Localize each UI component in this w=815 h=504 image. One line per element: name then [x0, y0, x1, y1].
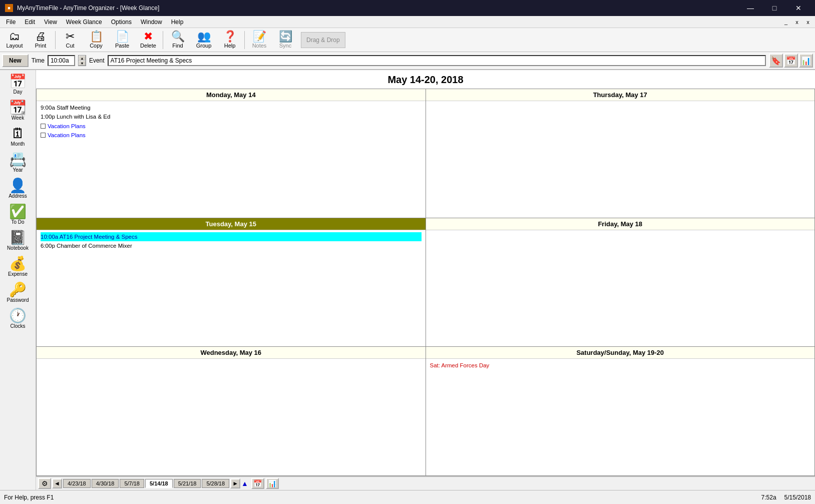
sidebar-item-week[interactable]: 📆 Week: [2, 98, 34, 123]
menu-file[interactable]: File: [2, 18, 20, 27]
sidebar-item-day[interactable]: 📅 Day: [2, 72, 34, 97]
week-tab-0[interactable]: 4/23/18: [63, 479, 91, 488]
sidebar-password-label: Password: [7, 297, 29, 303]
action-icon3[interactable]: 📊: [799, 54, 813, 68]
find-icon: 🔍: [171, 31, 185, 42]
day-cell-wednesday: Wednesday, May 16: [37, 347, 426, 476]
help-button[interactable]: ❓ Help: [217, 29, 242, 51]
expense-icon: 💰: [9, 257, 27, 271]
time-down-button[interactable]: ▼: [79, 61, 86, 66]
day-header-weekend[interactable]: Saturday/Sunday, May 19-20: [426, 347, 815, 359]
sidebar-clocks-label: Clocks: [10, 323, 25, 329]
menu-minimize-btn[interactable]: _: [781, 17, 791, 27]
notebook-icon: 📓: [9, 231, 27, 245]
layout-label: Layout: [6, 43, 23, 49]
menu-window[interactable]: Window: [137, 18, 166, 27]
day-icon: 📅: [9, 75, 27, 89]
cut-button[interactable]: ✂ Cut: [58, 29, 83, 51]
week-tab-4[interactable]: 5/21/18: [174, 479, 201, 488]
sidebar-item-password[interactable]: 🔑 Password: [2, 280, 34, 305]
grid-icon-btn[interactable]: 📊: [266, 478, 279, 489]
menu-close-btn[interactable]: x: [803, 17, 813, 27]
week-tab-1[interactable]: 4/30/18: [92, 479, 119, 488]
event-monday-2[interactable]: 1:00p Lunch with Lisa & Ed: [41, 112, 422, 121]
day-header-thursday[interactable]: Thursday, May 17: [426, 89, 815, 101]
calendar-icon-btn[interactable]: 📅: [251, 478, 264, 489]
checkbox-icon-2[interactable]: [41, 133, 46, 138]
sidebar-expense-label: Expense: [8, 271, 28, 277]
year-icon: 📇: [9, 153, 27, 167]
menu-options[interactable]: Options: [107, 18, 136, 27]
menu-week-glance[interactable]: Week Glance: [62, 18, 106, 27]
delete-button[interactable]: ✖ Delete: [136, 29, 161, 51]
day-header-monday[interactable]: Monday, May 14: [37, 89, 426, 101]
sync-label: Sync: [279, 43, 291, 49]
print-button[interactable]: 🖨 Print: [28, 29, 53, 51]
app-icon: ■: [5, 4, 13, 12]
layout-button[interactable]: 🗂 Layout: [2, 29, 27, 51]
action-icon1[interactable]: 🔖: [769, 54, 783, 68]
down-arrow: ▲: [241, 479, 248, 487]
week-tab-2[interactable]: 5/7/18: [120, 479, 144, 488]
event-input[interactable]: [108, 55, 766, 66]
find-button[interactable]: 🔍 Find: [165, 29, 190, 51]
address-icon: 👤: [9, 179, 27, 193]
prev-week-button[interactable]: ◄: [52, 478, 62, 488]
sidebar-item-clocks[interactable]: 🕐 Clocks: [2, 306, 34, 331]
sidebar-day-label: Day: [14, 89, 23, 95]
help-label: Help: [224, 43, 236, 49]
day-body-monday: 9:00a Staff Meeting 1:00p Lunch with Lis…: [37, 101, 426, 218]
sidebar-item-todo[interactable]: ✅ To Do: [2, 202, 34, 227]
day-header-friday[interactable]: Friday, May 18: [426, 218, 815, 230]
action-icon2[interactable]: 📅: [784, 54, 798, 68]
minimize-button[interactable]: —: [739, 0, 762, 16]
sidebar-address-label: Address: [9, 193, 27, 199]
time-input[interactable]: [48, 55, 75, 66]
copy-button[interactable]: 📋 Copy: [84, 29, 109, 51]
time-up-button[interactable]: ▲: [79, 56, 86, 61]
menu-view[interactable]: View: [40, 18, 61, 27]
next-week-button[interactable]: ►: [230, 478, 240, 488]
group-button[interactable]: 👥 Group: [191, 29, 216, 51]
day-cell-monday: Monday, May 14 9:00a Staff Meeting 1:00p…: [37, 89, 426, 218]
event-monday-3[interactable]: Vacation Plans: [41, 122, 422, 131]
event-monday-1[interactable]: 9:00a Staff Meeting: [41, 103, 422, 112]
sidebar-item-year[interactable]: 📇 Year: [2, 150, 34, 175]
sync-button[interactable]: 🔄 Sync: [273, 29, 298, 51]
menu-edit[interactable]: Edit: [21, 18, 39, 27]
time-spinner[interactable]: ▲ ▼: [78, 55, 86, 66]
help-text: For Help, press F1: [4, 494, 54, 501]
sidebar: 📅 Day 📆 Week 🗓 Month 📇 Year 👤 Address ✅ …: [0, 70, 36, 490]
sidebar-item-notebook[interactable]: 📓 Notebook: [2, 228, 34, 253]
sidebar-item-expense[interactable]: 💰 Expense: [2, 254, 34, 279]
event-tuesday-2[interactable]: 6:00p Chamber of Commerce Mixer: [41, 241, 422, 250]
settings-button[interactable]: ⚙: [38, 478, 51, 489]
day-cell-weekend: Saturday/Sunday, May 19-20 Sat: Armed Fo…: [426, 347, 816, 476]
day-header-tuesday[interactable]: Tuesday, May 15: [37, 218, 426, 230]
close-button[interactable]: ✕: [787, 0, 810, 16]
event-label: Event: [89, 57, 105, 64]
new-button[interactable]: New: [2, 54, 29, 67]
cut-label: Cut: [66, 43, 74, 49]
menu-help[interactable]: Help: [167, 18, 188, 27]
menu-restore-btn[interactable]: x: [792, 17, 802, 27]
sidebar-notebook-label: Notebook: [7, 245, 29, 251]
week-tab-3[interactable]: 5/14/18: [145, 479, 173, 488]
week-tab-5[interactable]: 5/28/18: [202, 479, 229, 488]
password-icon: 🔑: [9, 283, 27, 297]
maximize-button[interactable]: □: [763, 0, 786, 16]
sidebar-item-address[interactable]: 👤 Address: [2, 176, 34, 201]
event-monday-4[interactable]: Vacation Plans: [41, 131, 422, 140]
sep2: [163, 31, 163, 49]
notes-button[interactable]: 📝 Notes: [247, 29, 272, 51]
sidebar-item-month[interactable]: 🗓 Month: [2, 124, 34, 149]
checkbox-icon-1[interactable]: [41, 124, 46, 129]
day-cell-friday: Friday, May 18: [426, 218, 816, 347]
sidebar-month-label: Month: [11, 141, 25, 147]
event-tuesday-1[interactable]: 10:00a AT16 Project Meeting & Specs: [41, 232, 422, 241]
notes-icon: 📝: [253, 31, 266, 42]
day-header-wednesday[interactable]: Wednesday, May 16: [37, 347, 426, 359]
group-label: Group: [196, 43, 212, 49]
paste-button[interactable]: 📄 Paste: [110, 29, 135, 51]
find-label: Find: [172, 43, 183, 49]
